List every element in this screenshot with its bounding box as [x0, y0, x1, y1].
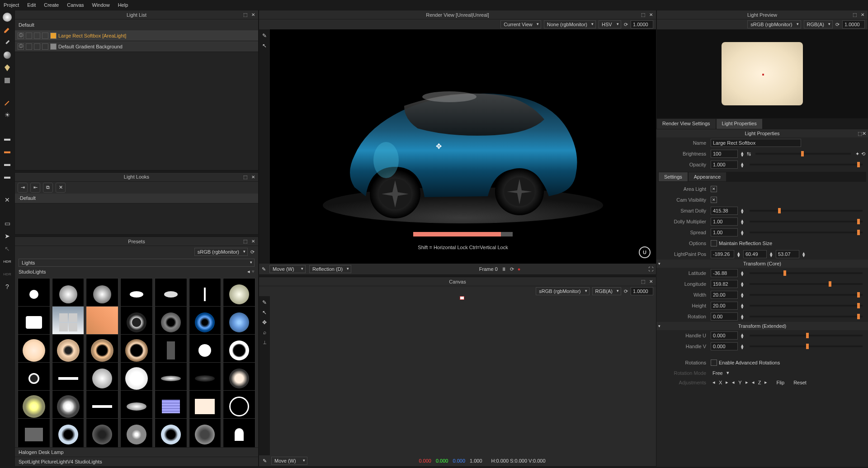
close-tool-icon[interactable]: ✕: [2, 194, 13, 205]
sun-tool-icon[interactable]: ☀: [2, 109, 13, 120]
spread-input[interactable]: [711, 228, 738, 236]
preset-thumb[interactable]: [18, 390, 50, 423]
preset-thumb[interactable]: [223, 306, 255, 339]
colorspace-dropdown[interactable]: HSV: [599, 20, 621, 28]
preset-thumb[interactable]: [18, 334, 50, 367]
menu-help[interactable]: Help: [118, 2, 128, 8]
popout-icon[interactable]: ⬚: [242, 238, 248, 245]
zoom-icon[interactable]: ⌕: [260, 328, 269, 337]
preset-category-dropdown[interactable]: Lights: [19, 259, 255, 267]
delete-look-icon[interactable]: ✕: [56, 183, 66, 193]
dolly-mult-slider[interactable]: [750, 221, 863, 222]
preset-thumb[interactable]: [120, 418, 153, 447]
preset-colorspace-dropdown[interactable]: sRGB (rgbMonitor): [194, 248, 248, 256]
dolly-mult-input[interactable]: [711, 217, 738, 226]
preview-exposure-value[interactable]: [842, 20, 865, 28]
preset-thumb[interactable]: [189, 390, 222, 423]
tab-appearance[interactable]: Appearance: [688, 172, 726, 182]
popout-icon[interactable]: ⬚: [242, 174, 248, 180]
reflection-dropdown[interactable]: Reflection (D): [309, 265, 351, 273]
brush-icon[interactable]: ✎: [260, 31, 269, 40]
brightness-input[interactable]: [711, 150, 738, 158]
preset-thumb[interactable]: [52, 278, 85, 311]
preset-thumb[interactable]: [52, 362, 85, 395]
refresh-icon[interactable]: ⟳: [250, 249, 255, 255]
close-icon[interactable]: ✕: [250, 12, 256, 18]
preset-thumb[interactable]: [120, 334, 153, 367]
ruler-icon[interactable]: ⟂: [260, 338, 269, 347]
handlev-slider[interactable]: [750, 345, 863, 347]
light-tool-icon[interactable]: [2, 12, 13, 23]
cube-tool-icon[interactable]: [2, 75, 13, 86]
preset-thumb[interactable]: [86, 418, 118, 447]
preset-thumb[interactable]: [189, 334, 222, 367]
close-icon[interactable]: ✕: [862, 131, 866, 136]
preset-thumb[interactable]: [18, 306, 50, 339]
menu-create[interactable]: Create: [44, 2, 59, 8]
preset-thumb[interactable]: [223, 334, 255, 367]
preset-thumb[interactable]: [18, 362, 50, 395]
handlev-input[interactable]: [711, 342, 738, 350]
handleu-input[interactable]: [711, 331, 738, 340]
preset-thumb[interactable]: [155, 278, 187, 311]
monitor-dropdown[interactable]: None (rgbMonitor): [544, 20, 596, 28]
width-slider[interactable]: [750, 294, 863, 296]
add-look-icon[interactable]: ⇥: [18, 183, 28, 193]
tab-render-settings[interactable]: Render View Settings: [656, 118, 716, 129]
vis-icon[interactable]: [26, 33, 32, 39]
preset-thumb[interactable]: [155, 418, 187, 447]
latitude-input[interactable]: [711, 269, 738, 277]
hdr-tool-icon[interactable]: HDR: [2, 256, 13, 267]
preview-channels-dropdown[interactable]: RGB(A): [804, 20, 833, 28]
preset-thumb[interactable]: [86, 306, 118, 339]
popout-icon[interactable]: ⬚: [242, 12, 248, 18]
light-handle[interactable]: [460, 296, 464, 300]
preset-thumb[interactable]: [120, 278, 153, 311]
info-icon[interactable]: ⓘ: [18, 33, 24, 39]
refresh-icon[interactable]: ⟳: [510, 266, 514, 272]
expand-icon[interactable]: ⛶: [648, 266, 653, 272]
name-input[interactable]: [711, 139, 801, 147]
preset-thumb[interactable]: [18, 278, 50, 311]
look-default[interactable]: · Default: [15, 194, 258, 203]
preset-thumb[interactable]: [120, 362, 153, 395]
preset-thumb[interactable]: [155, 362, 187, 395]
brush-icon[interactable]: ✎: [263, 458, 267, 464]
layer4-icon[interactable]: ▬: [2, 171, 13, 182]
render-viewport[interactable]: ✥ Shift = Horizontal Lock Ctrl=Vertical …: [270, 29, 656, 264]
preset-thumb[interactable]: [189, 306, 222, 339]
cursor-tool-icon[interactable]: ↖: [2, 243, 13, 254]
exposure-icon[interactable]: ⟳: [624, 288, 628, 294]
maintain-refl-checkbox[interactable]: [711, 240, 717, 246]
preset-thumb[interactable]: [86, 390, 118, 423]
close-icon[interactable]: ✕: [250, 238, 256, 245]
record-icon[interactable]: ●: [518, 266, 521, 272]
tab-settings[interactable]: Settings: [658, 172, 688, 182]
handleu-slider[interactable]: [750, 335, 863, 336]
exposure-icon[interactable]: ⟳: [835, 22, 840, 28]
menu-project[interactable]: Project: [4, 2, 19, 8]
preset-thumb[interactable]: [52, 418, 85, 447]
light-preview-viewport[interactable]: [657, 29, 868, 118]
preset-thumb[interactable]: [86, 362, 118, 395]
color-swatch[interactable]: [50, 43, 57, 50]
wand-tool-icon[interactable]: [2, 97, 13, 108]
exposure-value[interactable]: [631, 20, 653, 28]
current-view-dropdown[interactable]: Current View: [500, 20, 541, 28]
solo-icon[interactable]: [42, 33, 48, 39]
lightpaint-z-input[interactable]: [776, 250, 799, 258]
pointer-icon[interactable]: ↖: [260, 308, 269, 317]
opacity-input[interactable]: [711, 161, 738, 169]
preset-thumb[interactable]: [86, 278, 118, 311]
adv-rotations-checkbox[interactable]: [711, 359, 717, 366]
height-input[interactable]: [711, 302, 738, 310]
menu-edit[interactable]: Edit: [27, 2, 36, 8]
add-icon[interactable]: ✦: [855, 151, 859, 157]
rotation-input[interactable]: [711, 312, 738, 321]
close-icon[interactable]: ✕: [250, 174, 256, 180]
color-swatch[interactable]: [50, 33, 57, 39]
solo-icon[interactable]: [42, 43, 48, 50]
rect-tool-icon[interactable]: ▭: [2, 218, 13, 229]
canvas-channels-dropdown[interactable]: RGB(A): [592, 287, 622, 295]
lightpaint-x-input[interactable]: [711, 250, 734, 258]
